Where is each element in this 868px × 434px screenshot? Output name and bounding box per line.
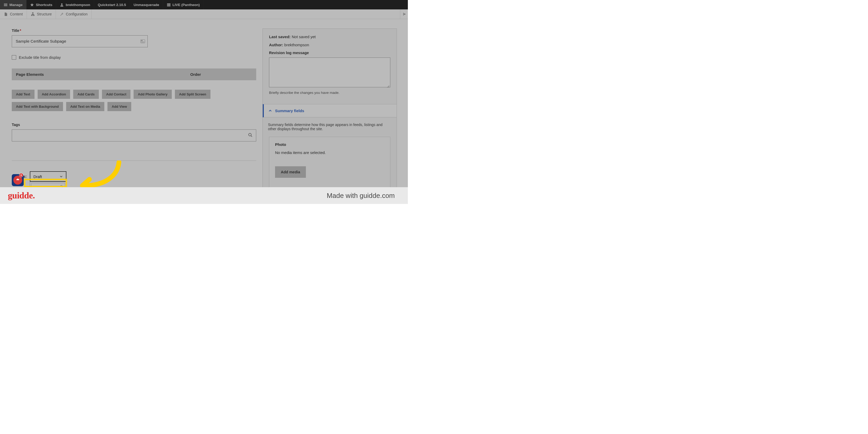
admin-subbar: Content Structure Configuration <box>0 9 408 19</box>
tags-label: Tags <box>12 123 256 127</box>
subbar-structure-label: Structure <box>37 12 52 16</box>
hierarchy-icon <box>31 12 35 16</box>
toolbar-unmasquerade[interactable]: Unmasquerade <box>130 0 163 9</box>
chevron-down-icon <box>60 175 63 179</box>
subbar-content[interactable]: Content <box>0 9 27 19</box>
subbar-structure[interactable]: Structure <box>27 9 56 19</box>
wrench-icon <box>60 12 64 16</box>
toolbar-user[interactable]: brekthompson <box>56 0 94 9</box>
svg-point-5 <box>17 179 19 180</box>
checkbox-icon <box>12 55 16 60</box>
help-widget[interactable]: 6 <box>12 174 24 186</box>
revision-textarea[interactable] <box>269 58 390 87</box>
order-label: Order <box>190 72 201 76</box>
toolbar-shortcuts[interactable]: Shortcuts <box>26 0 56 9</box>
subbar-configuration-label: Configuration <box>66 12 88 16</box>
svg-rect-1 <box>141 40 143 41</box>
toolbar-quickstart-label: Quickstart 2.10.5 <box>98 3 126 7</box>
add-photo-gallery-button[interactable]: Add Photo Gallery <box>133 90 172 99</box>
toolbar-manage[interactable]: Manage <box>0 0 26 9</box>
chevron-up-icon <box>269 109 272 113</box>
svg-point-2 <box>249 133 251 136</box>
divider <box>12 160 256 161</box>
add-text-button[interactable]: Add Text <box>12 90 34 99</box>
made-with-text: Made with guidde.com <box>327 192 395 200</box>
toolbar-unmasquerade-label: Unmasquerade <box>133 3 159 7</box>
field-translate-icon <box>141 39 145 43</box>
user-icon <box>60 3 64 7</box>
guidde-footer: guidde. Made with guidde.com <box>0 187 408 204</box>
toolbar-live-label: LIVE (Pantheon) <box>173 3 200 7</box>
svg-rect-0 <box>141 39 145 43</box>
page-elements-label: Page Elements <box>16 72 44 76</box>
add-cards-button[interactable]: Add Cards <box>73 90 99 99</box>
saveas-select[interactable]: Draft Draft Published <box>30 171 66 182</box>
author: Author: brekthompson <box>269 42 390 47</box>
title-input[interactable] <box>12 35 148 47</box>
guidde-logo: guidde. <box>8 191 35 200</box>
collapse-sidebar-button[interactable] <box>400 9 408 19</box>
add-text-background-button[interactable]: Add Text with Background <box>12 102 63 111</box>
page-elements-header: Page Elements Order <box>12 68 256 80</box>
title-label: Title* <box>12 29 256 33</box>
meta-panel: Last saved: Not saved yet Author: brekth… <box>262 29 397 202</box>
search-icon <box>248 133 252 138</box>
saveas-value: Draft <box>33 175 42 179</box>
add-text-media-button[interactable]: Add Text on Media <box>66 102 104 111</box>
exclude-title-label: Exclude title from display <box>19 55 61 60</box>
add-media-button[interactable]: Add media <box>275 166 306 178</box>
admin-toolbar: Manage Shortcuts brekthompson Quickstart… <box>0 0 408 9</box>
toolbar-user-label: brekthompson <box>66 3 90 7</box>
add-split-screen-button[interactable]: Add Split Screen <box>175 90 211 99</box>
summary-fields-toggle[interactable]: Summary fields <box>269 108 392 113</box>
server-icon <box>167 3 171 7</box>
add-accordion-button[interactable]: Add Accordion <box>38 90 70 99</box>
toolbar-manage-label: Manage <box>9 3 23 7</box>
photo-heading: Photo <box>275 142 384 147</box>
help-badge: 6 <box>19 173 23 177</box>
subbar-configuration[interactable]: Configuration <box>56 9 92 19</box>
toolbar-shortcuts-label: Shortcuts <box>36 3 52 7</box>
summary-fields-section: Summary fields <box>263 104 397 117</box>
tags-input[interactable] <box>12 129 256 142</box>
add-view-button[interactable]: Add View <box>107 102 131 111</box>
revision-hint: Briefly describe the changes you have ma… <box>269 91 390 95</box>
last-saved: Last saved: Not saved yet <box>269 34 390 39</box>
star-icon <box>30 3 34 7</box>
toolbar-quickstart[interactable]: Quickstart 2.10.5 <box>94 0 130 9</box>
file-icon <box>4 12 8 16</box>
no-media-text: No media items are selected. <box>275 150 384 155</box>
subbar-content-label: Content <box>10 12 23 16</box>
exclude-title-checkbox[interactable]: Exclude title from display <box>12 55 256 60</box>
hamburger-icon <box>4 3 8 7</box>
revision-label: Revision log message <box>269 51 390 55</box>
toolbar-live[interactable]: LIVE (Pantheon) <box>163 0 204 9</box>
svg-point-3 <box>60 185 62 187</box>
summary-description: Summary fields determine how this page a… <box>268 123 392 131</box>
add-contact-button[interactable]: Add Contact <box>102 90 130 99</box>
resize-handle-icon[interactable] <box>386 84 390 87</box>
